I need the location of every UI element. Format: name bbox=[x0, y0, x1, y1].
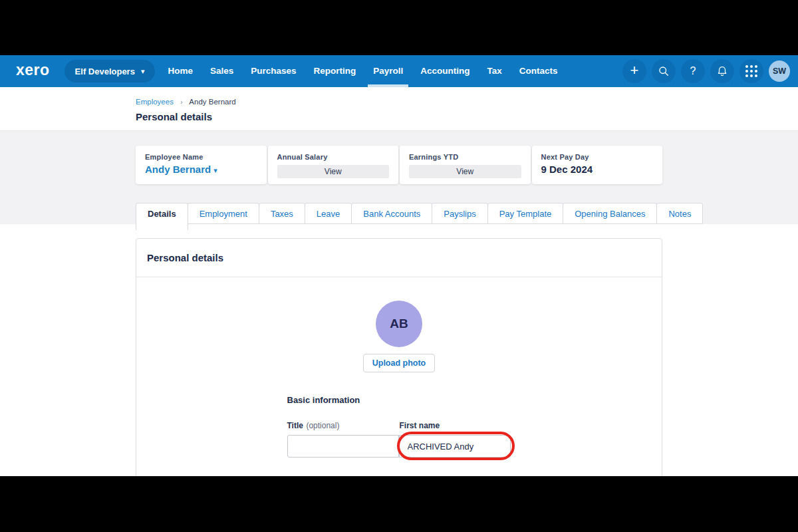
help-icon: ? bbox=[690, 65, 696, 77]
annual-salary-view-button[interactable]: View bbox=[277, 165, 390, 178]
app-launcher-button[interactable] bbox=[739, 59, 763, 83]
annual-salary-label: Annual Salary bbox=[277, 153, 390, 161]
personal-details-card: Personal details AB Upload photo Basic i… bbox=[136, 238, 662, 504]
screen: xero Elf Developers ▾ Home Sales Purchas… bbox=[0, 0, 798, 532]
tab-details[interactable]: Details bbox=[136, 203, 188, 230]
create-new-button[interactable]: + bbox=[622, 59, 646, 83]
first-name-label: First name bbox=[400, 421, 440, 430]
tab-taxes[interactable]: Taxes bbox=[259, 203, 305, 224]
nav-item-sales[interactable]: Sales bbox=[201, 55, 242, 87]
summary-card-earnings-ytd: Earnings YTD View bbox=[400, 146, 531, 184]
bell-icon bbox=[716, 65, 728, 77]
title-input[interactable] bbox=[287, 435, 399, 458]
tab-pay-template[interactable]: Pay Template bbox=[487, 203, 564, 224]
breadcrumb: Employees › Andy Bernard bbox=[136, 98, 236, 106]
help-button[interactable]: ? bbox=[681, 59, 705, 83]
page-header: Employees › Andy Bernard Personal detail… bbox=[0, 87, 798, 130]
title-optional-label: (optional) bbox=[306, 421, 339, 430]
upload-photo-button[interactable]: Upload photo bbox=[363, 354, 436, 372]
summary-card-employee-name: Employee Name Andy Bernard▾ bbox=[136, 146, 267, 184]
nav-item-payroll[interactable]: Payroll bbox=[364, 55, 412, 87]
earnings-ytd-view-button[interactable]: View bbox=[409, 165, 521, 178]
tab-opening-balances[interactable]: Opening Balances bbox=[563, 203, 657, 224]
employee-name-label: Employee Name bbox=[145, 153, 257, 161]
summary-card-next-pay-day: Next Pay Day 9 Dec 2024 bbox=[532, 146, 663, 184]
tab-bank-accounts[interactable]: Bank Accounts bbox=[351, 203, 432, 224]
basic-information-form: Basic information Title (optional) First… bbox=[287, 395, 511, 485]
grid-icon bbox=[745, 65, 757, 77]
breadcrumb-separator: › bbox=[180, 98, 183, 106]
xero-logo[interactable]: xero bbox=[16, 61, 50, 79]
plus-icon: + bbox=[630, 62, 639, 79]
notifications-button[interactable] bbox=[710, 59, 734, 83]
org-switcher[interactable]: Elf Developers ▾ bbox=[65, 60, 156, 82]
main-nav: Home Sales Purchases Reporting Payroll A… bbox=[159, 55, 566, 87]
tab-payslips[interactable]: Payslips bbox=[432, 203, 487, 224]
employee-name-dropdown[interactable]: Andy Bernard▾ bbox=[145, 164, 257, 175]
letterbox-bottom bbox=[0, 476, 798, 532]
nav-item-accounting[interactable]: Accounting bbox=[412, 55, 478, 87]
employee-avatar: AB bbox=[376, 301, 422, 347]
nav-item-purchases[interactable]: Purchases bbox=[242, 55, 305, 87]
navbar-actions: + ? SW bbox=[622, 59, 790, 83]
basic-information-heading: Basic information bbox=[287, 395, 511, 405]
page-title: Personal details bbox=[136, 111, 212, 122]
user-avatar[interactable]: SW bbox=[769, 61, 790, 82]
earnings-ytd-label: Earnings YTD bbox=[409, 153, 521, 161]
card-title: Personal details bbox=[147, 252, 651, 263]
tab-notes[interactable]: Notes bbox=[656, 203, 703, 224]
next-pay-day-value: 9 Dec 2024 bbox=[541, 164, 654, 175]
main-content: Personal details AB Upload photo Basic i… bbox=[0, 224, 798, 476]
summary-cards: Employee Name Andy Bernard▾ Annual Salar… bbox=[136, 146, 662, 184]
first-name-input[interactable] bbox=[399, 435, 511, 458]
breadcrumb-employees-link[interactable]: Employees bbox=[136, 98, 174, 106]
next-pay-day-label: Next Pay Day bbox=[541, 153, 654, 161]
card-header: Personal details bbox=[136, 239, 662, 277]
chevron-down-icon: ▾ bbox=[213, 166, 217, 174]
summary-card-annual-salary: Annual Salary View bbox=[268, 146, 399, 184]
chevron-down-icon: ▾ bbox=[141, 67, 145, 76]
org-name: Elf Developers bbox=[75, 66, 135, 76]
top-navbar: xero Elf Developers ▾ Home Sales Purchas… bbox=[0, 55, 798, 87]
title-label: Title bbox=[287, 421, 303, 430]
card-body: AB Upload photo Basic information Title … bbox=[136, 277, 662, 485]
nav-item-reporting[interactable]: Reporting bbox=[305, 55, 365, 87]
nav-item-tax[interactable]: Tax bbox=[479, 55, 511, 87]
nav-item-contacts[interactable]: Contacts bbox=[511, 55, 567, 87]
employee-name-value: Andy Bernard bbox=[145, 164, 211, 175]
nav-item-home[interactable]: Home bbox=[159, 55, 201, 87]
tab-leave[interactable]: Leave bbox=[305, 203, 352, 224]
breadcrumb-current: Andy Bernard bbox=[189, 98, 235, 106]
employee-tabs: Details Employment Taxes Leave Bank Acco… bbox=[136, 203, 703, 230]
search-button[interactable] bbox=[652, 59, 676, 83]
tab-employment[interactable]: Employment bbox=[188, 203, 259, 224]
search-icon bbox=[658, 65, 670, 77]
letterbox-top bbox=[0, 0, 798, 55]
